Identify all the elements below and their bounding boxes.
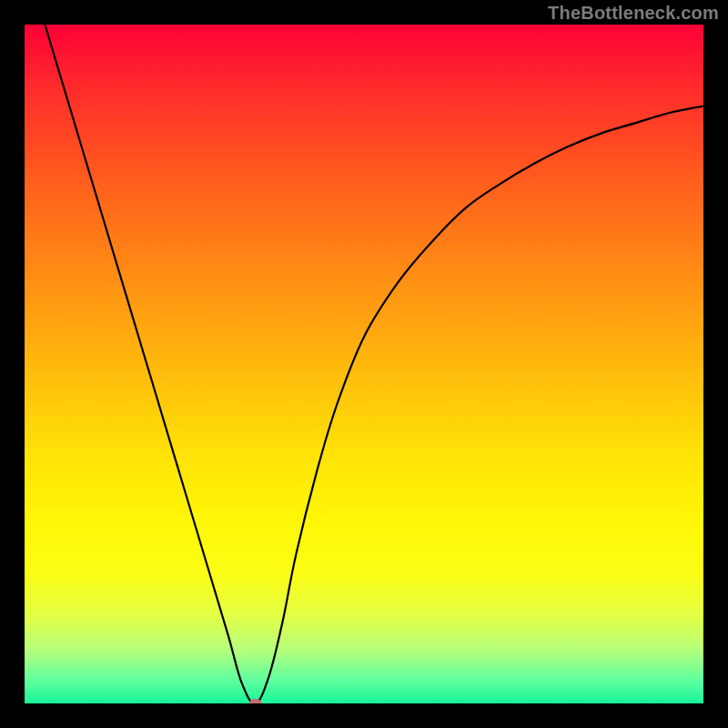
outer-frame: TheBottleneck.com — [0, 0, 728, 728]
watermark-text: TheBottleneck.com — [548, 3, 719, 24]
chart-plot-area — [25, 25, 703, 703]
bottleneck-curve — [25, 25, 703, 703]
